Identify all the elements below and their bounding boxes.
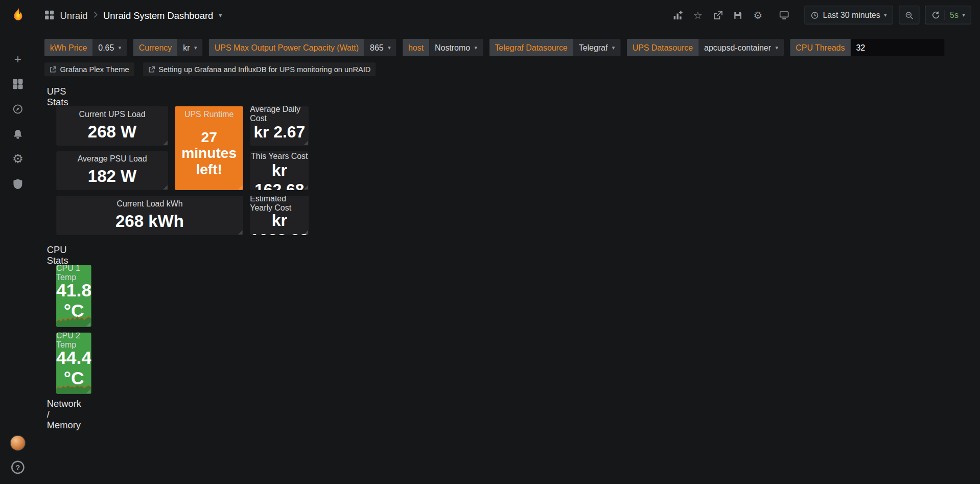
refresh-icon (931, 11, 939, 19)
variable-kwh-price: kWh Price 0.65▾ (44, 39, 127, 56)
variable-label: Telegraf Datasource (489, 39, 573, 56)
panel-title[interactable]: CPU 1 Temp (56, 265, 91, 280)
variable-host: host Nostromo▾ (403, 39, 483, 56)
variable-cpu-threads: CPU Threads (790, 39, 944, 56)
chevron-down-icon: ▾ (119, 44, 122, 51)
variable-label: Currency (133, 39, 178, 56)
panel-average-psu-load: Average PSU Load 182 W (56, 151, 168, 190)
panel-title[interactable]: Current Load kWh (56, 196, 243, 211)
variable-value-dropdown[interactable]: apcupsd-container▾ (698, 39, 784, 56)
refresh-interval-label: 5s (950, 10, 959, 19)
template-variables: kWh Price 0.65▾ Currency kr▾ UPS Max Out… (44, 39, 971, 56)
panel-title[interactable]: Estimated Yearly Cost (250, 196, 309, 211)
dashboard-submenu: kWh Price 0.65▾ Currency kr▾ UPS Max Out… (36, 30, 980, 77)
cpu-temp-stack: CPU 1 Temp 41.8 °C CPU 2 Temp 44.4 °C (56, 265, 91, 394)
panel-title[interactable]: Average Daily Cost (250, 106, 309, 121)
breadcrumb-app[interactable]: Unraid (60, 10, 87, 20)
chevron-down-icon: ▾ (388, 44, 391, 51)
chevron-down-icon: ▾ (475, 44, 478, 51)
cycle-view-tv-icon[interactable] (775, 6, 792, 25)
time-picker[interactable]: Last 30 minutes ▾ (805, 6, 893, 25)
divider (944, 10, 945, 20)
navbar: Unraid Unraid System Dashboard ▾ ☆ ⚙ (36, 0, 980, 30)
star-icon[interactable]: ☆ (689, 6, 707, 25)
variable-ups-datasource: UPS Datasource apcupsd-container▾ (627, 39, 784, 56)
panel-current-ups-load: Current UPS Load 268 W (56, 106, 168, 145)
stat-value: kr 2.67 (250, 121, 309, 145)
sparkline (56, 310, 91, 327)
server-admin-shield-icon[interactable] (0, 171, 36, 196)
panel-title[interactable]: Average PSU Load (56, 151, 168, 166)
panel-title[interactable]: Current UPS Load (56, 106, 168, 121)
link-ups-monitoring-guide[interactable]: Setting up Grafana and InfluxDB for UPS … (143, 62, 376, 76)
variable-label: CPU Threads (790, 39, 850, 56)
variable-currency: Currency kr▾ (133, 39, 203, 56)
help-icon[interactable]: ? (11, 461, 25, 474)
refresh-picker[interactable]: 5s ▾ (925, 6, 971, 25)
panel-this-years-cost: This Years Cost kr 162.68 (250, 151, 309, 191)
stat-value: kr 162.68 (250, 160, 309, 190)
dashboard-grid: UPS Stats UPS Load % Last 12 hours Perce… (36, 76, 53, 77)
chevron-down-icon: ▾ (884, 12, 887, 18)
explore-icon[interactable] (0, 96, 36, 121)
panel-title[interactable]: This Years Cost (250, 151, 309, 160)
sidebar-menu: + ⚙ (0, 47, 36, 197)
navbar-actions: ☆ ⚙ Last 30 minutes ▾ (669, 6, 971, 25)
sparkline (56, 378, 91, 394)
breadcrumb: Unraid Unraid System Dashboard ▾ (44, 10, 222, 20)
variable-value-dropdown[interactable]: 865▾ (364, 39, 396, 56)
panel-average-daily-cost: Average Daily Cost kr 2.67 (250, 106, 309, 146)
chevron-down-icon: ▾ (194, 44, 197, 51)
sidebar: + ⚙ ? (0, 0, 36, 484)
dashboard-title[interactable]: Unraid System Dashboard (103, 10, 213, 20)
dashboards-icon[interactable] (0, 71, 36, 96)
sidebar-bottom: ? (10, 435, 26, 474)
stat-value: 268 W (56, 121, 168, 145)
grafana-app: + ⚙ ? Unraid Unra (0, 0, 980, 484)
alerting-bell-icon[interactable] (0, 121, 36, 146)
ups-stat-stack: Current UPS Load 268 W Average PSU Load … (56, 106, 243, 235)
zoom-out-icon (905, 11, 913, 19)
panel-estimated-yearly-cost: Estimated Yearly Cost kr 1033.99 (250, 196, 309, 235)
settings-gear-icon[interactable]: ⚙ (749, 6, 766, 25)
panel-title[interactable]: CPU 2 Temp (56, 332, 91, 347)
dashboard-grid-icon (44, 10, 55, 20)
time-range-label: Last 30 minutes (823, 10, 880, 19)
panel-current-load-kwh: Current Load kWh 268 kWh (56, 196, 243, 235)
cpu-threads-input[interactable] (850, 39, 944, 56)
share-icon[interactable] (709, 6, 727, 25)
chevron-down-icon: ▾ (962, 12, 965, 18)
configuration-gear-icon[interactable]: ⚙ (0, 146, 36, 171)
dashboard-links: Grafana Plex Theme Setting up Grafana an… (44, 62, 971, 76)
chevron-down-icon: ▾ (612, 44, 615, 51)
clock-icon (811, 11, 819, 19)
variable-label: UPS Max Output Power Capacity (Watt) (209, 39, 364, 56)
chevron-down-icon: ▾ (776, 44, 779, 51)
external-link-icon (148, 66, 154, 73)
variable-value-dropdown[interactable]: 0.65▾ (92, 39, 127, 56)
panel-cpu1-temp: CPU 1 Temp 41.8 °C (56, 265, 91, 327)
variable-label: host (403, 39, 429, 56)
panel-title[interactable]: UPS Runtime (175, 106, 243, 121)
variable-value-dropdown[interactable]: kr▾ (177, 39, 202, 56)
stat-value: kr 1033.99 (250, 211, 309, 235)
variable-value-dropdown[interactable]: Telegraf▾ (573, 39, 621, 56)
stat-value: 268 kWh (56, 211, 243, 235)
variable-label: UPS Datasource (627, 39, 698, 56)
panel-ups-runtime: UPS Runtime 27 minutes left! (175, 106, 243, 190)
variable-value-dropdown[interactable]: Nostromo▾ (429, 39, 483, 56)
zoom-out-button[interactable] (899, 6, 919, 25)
create-icon[interactable]: + (0, 47, 36, 72)
save-icon[interactable] (729, 6, 746, 25)
stat-value: 182 W (56, 166, 168, 190)
link-grafana-plex-theme[interactable]: Grafana Plex Theme (44, 62, 134, 76)
chevron-down-icon[interactable]: ▾ (219, 12, 222, 18)
variable-ups-max-output: UPS Max Output Power Capacity (Watt) 865… (209, 39, 396, 56)
user-avatar[interactable] (10, 435, 26, 451)
external-link-icon (50, 66, 56, 73)
add-panel-icon[interactable] (669, 6, 686, 25)
cost-stat-stack: Average Daily Cost kr 2.67 This Years Co… (250, 106, 309, 235)
variable-telegraf-datasource: Telegraf Datasource Telegraf▾ (489, 39, 620, 56)
chevron-right-icon (94, 10, 98, 19)
grafana-logo[interactable] (9, 6, 28, 25)
